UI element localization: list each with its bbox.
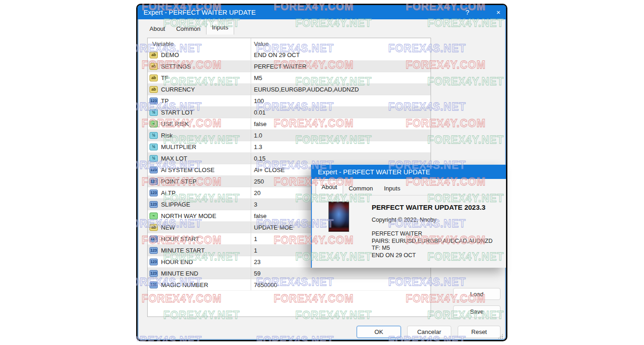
param-name: DEMO: [161, 52, 179, 58]
param-value[interactable]: 1.0: [251, 130, 431, 141]
param-value[interactable]: 1.3: [251, 141, 431, 152]
about-desc-line: PERFECT WAITER: [372, 230, 493, 238]
param-name: MINUTE START: [161, 247, 205, 254]
param-value[interactable]: 7650000: [251, 279, 431, 290]
param-variable-cell: ½Risk: [148, 130, 251, 141]
main-tab-bar: AboutCommonInputs: [144, 22, 234, 34]
param-name: HOUR START: [161, 236, 199, 242]
param-row[interactable]: ½MAX LOT0.15: [148, 153, 431, 164]
param-variable-cell: ~NORTH WAY MODE: [148, 210, 251, 221]
param-variable-cell: 123Ai SYSTEM CLOSE: [148, 164, 251, 175]
save-button[interactable]: Save: [453, 305, 500, 317]
close-icon[interactable]: ×: [491, 5, 506, 19]
param-value[interactable]: EURUSD,EURGBP,AUDCAD,AUDNZD: [251, 84, 431, 95]
tab-common[interactable]: Common: [171, 23, 206, 34]
about-desc-line: PAIRS: EURUSD,EURGBP,AUDCAD,AUDNZD: [372, 238, 493, 245]
tab-about[interactable]: About: [316, 180, 343, 194]
param-value[interactable]: END ON 29 OCT: [251, 49, 431, 60]
param-value[interactable]: 0.01: [251, 107, 431, 118]
double-type-icon: ½: [150, 132, 158, 139]
product-title: PERFECT WAITER UPDATE 2023.3: [372, 203, 485, 211]
param-value[interactable]: PERFECT WAITER: [251, 61, 431, 72]
param-variable-cell: ½START LOT: [148, 107, 251, 118]
param-row[interactable]: ~USE RISKfalse: [148, 118, 431, 130]
column-header-variable: Variable: [148, 38, 251, 49]
param-row[interactable]: abTFM5: [148, 72, 431, 84]
param-name: MULITPLIER: [161, 144, 196, 150]
cancel-button[interactable]: Cancelar: [407, 326, 451, 338]
param-variable-cell: abCURRENCY: [148, 84, 251, 95]
param-row[interactable]: abDEMOEND ON 29 OCT: [148, 49, 431, 61]
integer-type-icon: 123: [150, 167, 158, 173]
string-type-icon: ab: [150, 52, 158, 58]
product-description: PERFECT WAITERPAIRS: EURUSD,EURGBP,AUDCA…: [372, 230, 493, 259]
param-name: NORTH WAY MODE: [161, 213, 216, 219]
param-value[interactable]: 100: [251, 95, 431, 106]
tab-about[interactable]: About: [144, 23, 171, 34]
param-variable-cell: 123MINUTE START: [148, 245, 251, 256]
param-row[interactable]: 123MAGIC NUMBER7650000: [148, 279, 431, 291]
param-variable-cell: abSETTINGS: [148, 61, 251, 72]
param-variable-cell: ½MULITPLIER: [148, 141, 251, 152]
param-value[interactable]: M5: [251, 72, 431, 83]
param-variable-cell: 123HOUR START: [148, 233, 251, 244]
integer-type-icon: 123: [150, 190, 158, 196]
param-variable-cell: 123TP: [148, 95, 251, 106]
help-button[interactable]: ?: [460, 5, 475, 19]
copyright-text: Copyright © 2022, Nnoby: [372, 217, 437, 223]
param-variable-cell: abTF: [148, 72, 251, 83]
param-name: HOUR END: [161, 259, 193, 265]
tab-inputs[interactable]: Inputs: [206, 21, 234, 34]
param-name: NEW: [161, 224, 175, 231]
tab-inputs[interactable]: Inputs: [379, 183, 406, 194]
param-row[interactable]: abCURRENCYEURUSD,EURGBP,AUDCAD,AUDNZD: [148, 84, 431, 95]
reset-button[interactable]: Reset: [458, 326, 500, 338]
param-name: MINUTE END: [161, 270, 198, 277]
tab-common[interactable]: Common: [343, 183, 379, 194]
ok-button[interactable]: OK: [356, 326, 401, 338]
param-variable-cell: ~USE RISK: [148, 118, 251, 129]
integer-type-icon: 123: [150, 98, 158, 104]
double-type-icon: ½: [150, 109, 158, 116]
param-row[interactable]: 123TP100: [148, 95, 431, 107]
param-value[interactable]: false: [251, 118, 431, 129]
param-name: USE RISK: [161, 121, 189, 127]
integer-type-icon: 123: [150, 282, 158, 288]
integer-type-icon: 123: [150, 201, 158, 208]
param-row[interactable]: 123MINUTE END59: [148, 268, 431, 279]
param-name: START LOT: [161, 109, 193, 116]
param-name: MAGIC NUMBER: [161, 282, 208, 288]
double-type-icon: ½: [150, 144, 158, 150]
param-name: CURRENCY: [161, 86, 195, 93]
string-type-icon: ab: [150, 224, 158, 231]
integer-type-icon: 123: [150, 247, 158, 254]
param-row[interactable]: ½MULITPLIER1.3: [148, 141, 431, 153]
param-name: Ai TP: [161, 190, 176, 196]
param-row[interactable]: ½Risk1.0: [148, 130, 431, 141]
integer-type-icon: 123: [150, 270, 158, 277]
about-titlebar[interactable]: Expert - PERFECT WAITER UPDATE: [312, 165, 506, 179]
param-variable-cell: 123HOUR END: [148, 256, 251, 267]
string-type-icon: ab: [150, 75, 158, 81]
param-name: SETTINGS: [161, 63, 191, 70]
param-value[interactable]: 0.15: [251, 153, 431, 164]
column-header-value: Value: [251, 40, 431, 47]
param-row[interactable]: ½START LOT0.01: [148, 107, 431, 118]
expert-about-window: Expert - PERFECT WAITER UPDATE AboutComm…: [311, 165, 506, 268]
param-name: TF: [161, 75, 168, 81]
string-type-icon: ab: [150, 86, 158, 93]
param-row[interactable]: abSETTINGSPERFECT WAITER: [148, 61, 431, 72]
param-name: Ai SYSTEM CLOSE: [161, 167, 214, 173]
param-variable-cell: abNEW: [148, 222, 251, 233]
param-variable-cell: 123POINT STEP: [148, 176, 251, 187]
param-variable-cell: 123SLIPPAGE: [148, 199, 251, 210]
about-artwork: [328, 201, 349, 232]
main-titlebar[interactable]: Expert - PERFECT WAITER UPDATE ? ×: [138, 5, 506, 19]
load-button[interactable]: Load: [453, 288, 500, 300]
param-value[interactable]: 59: [251, 268, 431, 279]
boolean-type-icon: ~: [150, 121, 158, 127]
integer-type-icon: 123: [150, 236, 158, 242]
integer-type-icon: 123: [150, 259, 158, 265]
param-name: Risk: [161, 132, 172, 139]
param-variable-cell: ½MAX LOT: [148, 153, 251, 164]
